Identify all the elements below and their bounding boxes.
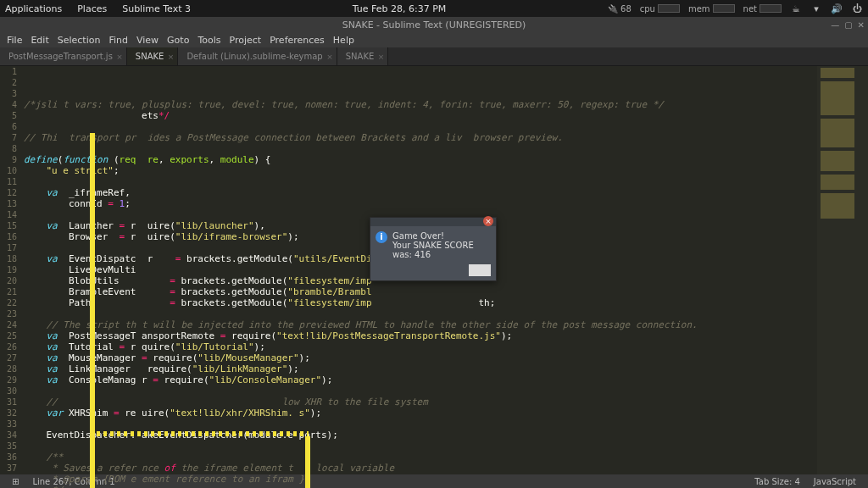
code-line[interactable]: connId = 1; (24, 198, 817, 209)
window-minimize[interactable]: — (831, 20, 839, 30)
menu-file[interactable]: File (3, 35, 25, 46)
code-line[interactable]: define(function (req re, exports, module… (24, 154, 817, 165)
code-line[interactable]: va PostMessageT ansportRemote = require(… (24, 330, 817, 341)
menu-preferences[interactable]: Preferences (266, 35, 328, 46)
menu-active-app[interactable]: Sublime Text 3 (122, 3, 191, 14)
dialog-ok-button[interactable] (469, 264, 491, 276)
window-titlebar: SNAKE - Sublime Text (UNREGISTERED) — ▢ … (0, 17, 868, 32)
code-line[interactable]: * @param {DOM e ement reference to an if… (24, 474, 817, 485)
tab-close-icon[interactable]: × (326, 53, 333, 61)
code-line[interactable]: va MouseManager = require("lib/MouseMana… (24, 352, 817, 363)
menu-edit[interactable]: Edit (27, 35, 52, 46)
tab-close-icon[interactable]: × (168, 53, 175, 61)
menu-goto[interactable]: Goto (164, 35, 192, 46)
tray-cup-icon[interactable]: ☕ (790, 3, 802, 14)
code-line[interactable]: va LinkManager require("lib/LinkManager"… (24, 363, 817, 374)
menu-view[interactable]: View (133, 35, 162, 46)
tray-power-icon[interactable]: ⏻ (851, 3, 863, 14)
minimap[interactable] (817, 66, 868, 474)
tab-0[interactable]: PostMessageTransport.js× (0, 47, 127, 65)
menu-places[interactable]: Places (77, 3, 107, 14)
code-line[interactable]: /*jsli t vars: true, plusplus: true, dev… (24, 99, 817, 110)
code-line[interactable] (24, 143, 817, 154)
app-menubar: FileEditSelectionFindViewGotoToolsProjec… (0, 32, 868, 47)
line-gutter: 1234567891011121314151617181920212223242… (0, 66, 24, 474)
code-line[interactable]: /** (24, 452, 817, 463)
menu-tools[interactable]: Tools (194, 35, 224, 46)
code-line[interactable]: ets*/ (24, 110, 817, 121)
code-line[interactable] (24, 176, 817, 187)
tab-close-icon[interactable]: × (378, 53, 385, 61)
dialog-message: Your SNAKE SCORE was: 416 (392, 241, 491, 259)
window-title: SNAKE - Sublime Text (UNREGISTERED) (342, 19, 526, 30)
code-line[interactable]: BrambleEvent = brackets.getModule("bramb… (24, 286, 817, 297)
window-maximize[interactable]: ▢ (844, 20, 852, 30)
tab-close-icon[interactable]: × (116, 53, 123, 61)
net-indicator: net (743, 4, 782, 14)
menu-help[interactable]: Help (330, 35, 358, 46)
tray-volume-icon[interactable]: 🔊 (831, 3, 843, 14)
menu-find[interactable]: Find (105, 35, 131, 46)
code-line[interactable]: "u e strict"; (24, 165, 817, 176)
code-line[interactable]: */ (24, 485, 817, 488)
code-line[interactable] (24, 419, 817, 430)
window-close[interactable]: ✕ (858, 20, 865, 30)
mem-indicator: mem (688, 4, 735, 14)
status-sidebar-toggle[interactable]: ⊞ (5, 477, 25, 486)
snake-body (90, 133, 95, 488)
system-topbar: Applications Places Sublime Text 3 Tue F… (0, 0, 868, 17)
code-line[interactable] (24, 121, 817, 132)
cpu-indicator: cpu (640, 4, 680, 14)
code-line[interactable]: // The script th t will be injected into… (24, 319, 817, 330)
code-line[interactable]: Path = brackets.getModule("filesystem/im… (24, 297, 817, 308)
dialog-title: Game Over! (392, 231, 491, 241)
code-line[interactable]: va _iframeRef, (24, 187, 817, 198)
code-line[interactable]: // Thi transport pr ides a PostMessage c… (24, 132, 817, 143)
tab-2[interactable]: Default (Linux).sublime-keymap× (178, 47, 337, 65)
tab-bar: PostMessageTransport.js×SNAKE×Default (L… (0, 47, 868, 66)
code-line[interactable] (24, 308, 817, 319)
snake-body (97, 431, 309, 436)
game-over-dialog: × i Game Over! Your SNAKE SCORE was: 416 (370, 217, 497, 281)
menu-project[interactable]: Project (226, 35, 265, 46)
battery-indicator[interactable]: 🔌 68 (608, 4, 632, 14)
code-line[interactable]: // low XHR to the file system (24, 396, 817, 408)
code-line[interactable]: var XHRShim = re uire("text!lib/xhr/XHRS… (24, 408, 817, 419)
snake-body (305, 436, 310, 488)
code-line[interactable]: * Saves a refer nce of the iframe elemen… (24, 463, 817, 474)
menu-selection[interactable]: Selection (54, 35, 104, 46)
clock[interactable]: Tue Feb 28, 6:37 PM (191, 3, 608, 14)
tray-network-icon[interactable]: ▾ (810, 3, 822, 14)
tab-3[interactable]: SNAKE× (337, 47, 389, 65)
info-icon: i (376, 231, 387, 243)
menu-applications[interactable]: Applications (5, 3, 62, 14)
code-line[interactable] (24, 385, 817, 396)
code-line[interactable]: va ConsoleManag r = require("lib/Console… (24, 374, 817, 385)
tab-1[interactable]: SNAKE× (127, 47, 179, 65)
dialog-close-icon[interactable]: × (483, 216, 493, 226)
code-line[interactable] (24, 441, 817, 452)
code-line[interactable]: va Tutorial = r quire("lib/Tutorial"); (24, 341, 817, 352)
